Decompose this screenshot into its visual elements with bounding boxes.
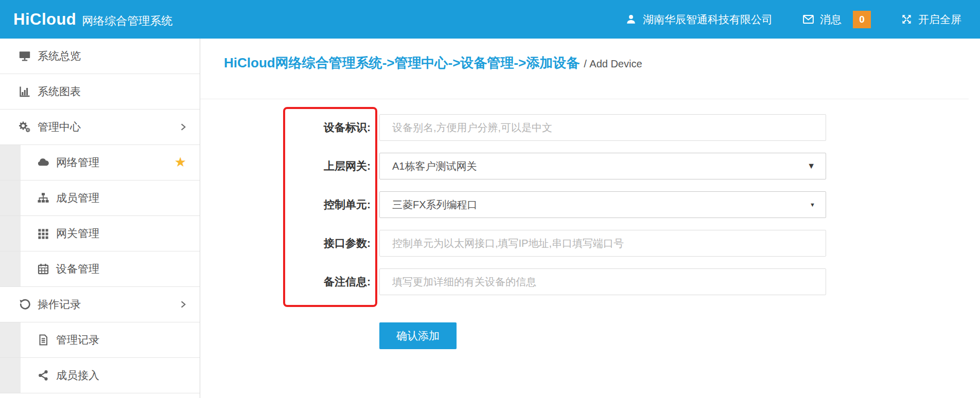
sidebar-item-label: 成员管理 bbox=[56, 191, 99, 205]
chevron-right-icon bbox=[179, 300, 188, 309]
sidebar-item-label: 设备管理 bbox=[56, 262, 99, 276]
dropdown-arrow-icon: ▼ bbox=[810, 202, 815, 208]
sidebar-item-management-center[interactable]: 管理中心 bbox=[0, 110, 200, 145]
header-actions: 湖南华辰智通科技有限公司 消息 0 开启全屏 bbox=[625, 11, 961, 28]
remarks-label: 备注信息: bbox=[200, 275, 371, 289]
form-row-control-unit: 控制单元: 三菱FX系列编程口 ▼ bbox=[200, 191, 826, 218]
upper-gateway-select[interactable]: A1栋客户测试网关 ▼ bbox=[379, 153, 826, 179]
form-row-device-id: 设备标识: bbox=[200, 114, 826, 141]
cloud-icon bbox=[37, 156, 49, 169]
sidebar-item-label: 成员接入 bbox=[56, 368, 99, 383]
content-divider bbox=[200, 99, 969, 99]
device-id-input[interactable] bbox=[379, 114, 826, 141]
user-icon bbox=[625, 13, 638, 26]
grid-icon bbox=[37, 227, 49, 240]
chevron-right-icon bbox=[179, 122, 188, 132]
messages-label: 消息 bbox=[820, 12, 842, 27]
sidebar-item-management-records[interactable]: 管理记录 bbox=[0, 322, 200, 358]
breadcrumb: HiCloud网络综合管理系统->管理中心->设备管理->添加设备/ Add D… bbox=[224, 54, 642, 72]
confirm-add-button[interactable]: 确认添加 bbox=[379, 322, 457, 349]
sidebar-item-member-management[interactable]: 成员管理 bbox=[0, 180, 200, 216]
sidebar-item-system-overview[interactable]: 系统总览 bbox=[0, 39, 200, 74]
interface-params-label: 接口参数: bbox=[200, 236, 371, 250]
fullscreen-label: 开启全屏 bbox=[918, 12, 961, 27]
sidebar-item-label: 操作记录 bbox=[38, 297, 81, 312]
form-row-interface-params: 接口参数: bbox=[200, 230, 826, 257]
brand-name: HiCloud bbox=[13, 10, 76, 29]
messages-button[interactable]: 消息 0 bbox=[802, 11, 871, 28]
form-row-upper-gateway: 上层网关: A1栋客户测试网关 ▼ bbox=[200, 153, 826, 179]
calendar-icon bbox=[37, 263, 49, 275]
sidebar-item-label: 系统图表 bbox=[38, 84, 81, 99]
form-row-remarks: 备注信息: bbox=[200, 268, 826, 295]
star-icon: ★ bbox=[174, 155, 186, 169]
dropdown-arrow-icon: ▼ bbox=[807, 162, 815, 170]
sidebar-item-system-charts[interactable]: 系统图表 bbox=[0, 74, 200, 110]
sidebar-item-label: 网关管理 bbox=[56, 226, 99, 241]
gears-icon bbox=[19, 121, 31, 133]
device-id-label: 设备标识: bbox=[200, 120, 371, 135]
brand-suffix: 网络综合管理系统 bbox=[82, 13, 172, 29]
breadcrumb-path: HiCloud网络综合管理系统->管理中心->设备管理->添加设备 bbox=[224, 55, 580, 70]
interface-params-input[interactable] bbox=[379, 230, 826, 257]
upper-gateway-label: 上层网关: bbox=[200, 159, 371, 173]
messages-count-badge: 0 bbox=[853, 11, 871, 28]
sidebar: 系统总览 系统图表 bbox=[0, 39, 200, 398]
breadcrumb-suffix: / Add Device bbox=[584, 58, 642, 69]
share-icon bbox=[37, 369, 49, 382]
sidebar-item-label: 管理中心 bbox=[38, 120, 81, 134]
monitor-icon bbox=[19, 50, 31, 62]
sidebar-item-gateway-management[interactable]: 网关管理 bbox=[0, 216, 200, 251]
control-unit-label: 控制单元: bbox=[200, 197, 371, 212]
company-name: 湖南华辰智通科技有限公司 bbox=[643, 12, 773, 27]
add-device-form: 设备标识: 上层网关: A1栋客户测试网关 ▼ 控制单元: 三菱FX系列编程口 … bbox=[200, 114, 826, 349]
history-icon bbox=[19, 298, 31, 311]
sidebar-item-label: 网络管理 bbox=[56, 155, 99, 170]
bar-chart-icon bbox=[19, 85, 31, 98]
fullscreen-icon bbox=[901, 13, 913, 26]
app-header: HiCloud 网络综合管理系统 湖南华辰智通科技有限公司 消息 0 bbox=[0, 0, 980, 39]
sitemap-icon bbox=[37, 192, 49, 204]
sidebar-item-device-management[interactable]: 设备管理 bbox=[0, 251, 200, 287]
sidebar-item-network-management[interactable]: 网络管理 ★ bbox=[0, 145, 200, 180]
document-icon bbox=[37, 334, 49, 346]
upper-gateway-value: A1栋客户测试网关 bbox=[392, 159, 477, 173]
control-unit-select[interactable]: 三菱FX系列编程口 ▼ bbox=[379, 191, 826, 218]
sidebar-item-label: 管理记录 bbox=[56, 333, 99, 347]
app-logo[interactable]: HiCloud 网络综合管理系统 bbox=[13, 10, 172, 29]
company-account[interactable]: 湖南华辰智通科技有限公司 bbox=[625, 12, 773, 27]
control-unit-value: 三菱FX系列编程口 bbox=[392, 198, 478, 212]
fullscreen-button[interactable]: 开启全屏 bbox=[901, 12, 961, 27]
sidebar-item-label: 系统总览 bbox=[38, 49, 81, 63]
main-content: HiCloud网络综合管理系统->管理中心->设备管理->添加设备/ Add D… bbox=[200, 39, 980, 398]
sidebar-item-operation-records[interactable]: 操作记录 bbox=[0, 287, 200, 322]
sidebar-item-member-access[interactable]: 成员接入 bbox=[0, 358, 200, 393]
envelope-icon bbox=[802, 13, 815, 26]
remarks-input[interactable] bbox=[379, 268, 826, 295]
